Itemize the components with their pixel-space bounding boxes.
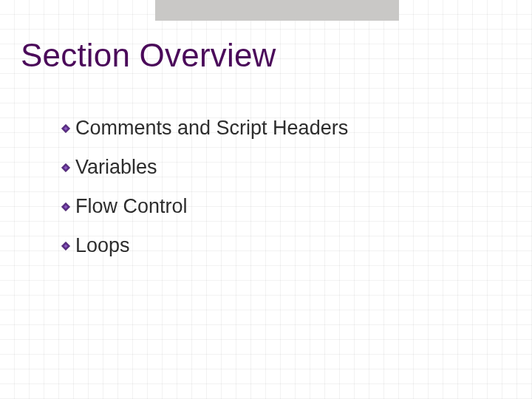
- slide: Section Overview Comments and Script Hea…: [0, 0, 532, 399]
- slide-title: Section Overview: [21, 37, 276, 74]
- list-item-label: Variables: [75, 157, 157, 177]
- diamond-bullet-icon: [61, 241, 71, 251]
- list-item-label: Flow Control: [75, 197, 188, 216]
- top-accent-bar: [155, 0, 399, 21]
- list-item: Variables: [61, 157, 348, 177]
- bullet-list: Comments and Script Headers Variables Fl…: [61, 118, 348, 275]
- list-item-label: Loops: [75, 236, 130, 256]
- list-item: Comments and Script Headers: [61, 118, 348, 138]
- list-item-label: Comments and Script Headers: [75, 118, 348, 138]
- diamond-bullet-icon: [61, 123, 71, 134]
- list-item: Flow Control: [61, 197, 348, 216]
- list-item: Loops: [61, 236, 348, 256]
- diamond-bullet-icon: [61, 202, 71, 212]
- diamond-bullet-icon: [61, 163, 71, 173]
